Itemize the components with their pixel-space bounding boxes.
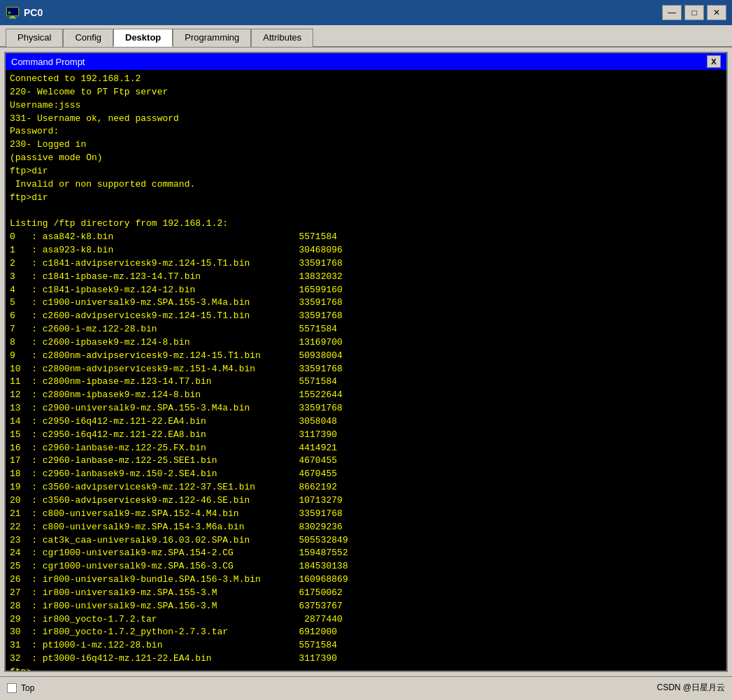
maximize-button[interactable]: □ <box>684 5 704 20</box>
tab-config[interactable]: Config <box>63 29 113 47</box>
tab-programming[interactable]: Programming <box>173 29 251 47</box>
cmd-title-bar: Command Prompt X <box>6 53 726 70</box>
cmd-body[interactable]: Connected to 192.168.1.2 220- Welcome to… <box>6 70 726 671</box>
command-prompt-window: Command Prompt X Connected to 192.168.1.… <box>4 52 728 672</box>
title-bar: ▶ PC0 — □ ✕ <box>0 0 732 25</box>
tab-attributes[interactable]: Attributes <box>251 29 313 47</box>
status-left: Top <box>7 683 34 693</box>
top-label: Top <box>21 683 34 693</box>
top-checkbox[interactable] <box>7 683 17 693</box>
tab-bar: Physical Config Desktop Programming Attr… <box>0 25 732 48</box>
close-button[interactable]: ✕ <box>707 5 726 20</box>
terminal-output: Connected to 192.168.1.2 220- Welcome to… <box>10 73 722 671</box>
minimize-button[interactable]: — <box>662 5 682 20</box>
window-controls: — □ ✕ <box>662 5 726 20</box>
svg-rect-2 <box>9 17 16 19</box>
svg-rect-1 <box>10 16 15 17</box>
tab-physical[interactable]: Physical <box>6 29 63 47</box>
status-bar: Top CSDN @日星月云 <box>0 676 732 699</box>
title-bar-left: ▶ PC0 <box>6 6 43 20</box>
window-title: PC0 <box>24 7 43 18</box>
app-icon: ▶ <box>6 6 20 20</box>
tab-desktop[interactable]: Desktop <box>113 29 173 47</box>
cmd-close-button[interactable]: X <box>707 55 721 68</box>
cmd-title-text: Command Prompt <box>11 57 85 67</box>
main-content: Command Prompt X Connected to 192.168.1.… <box>0 48 732 676</box>
status-right-text: CSDN @日星月云 <box>656 682 725 694</box>
